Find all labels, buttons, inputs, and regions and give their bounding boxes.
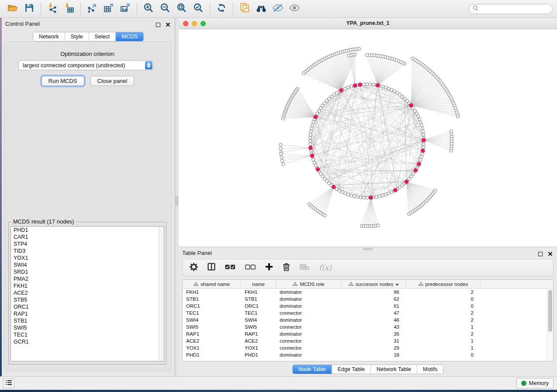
table-row-rap1[interactable]: RAP1RAP1dominator352: [183, 330, 547, 337]
cell-shared-name[interactable]: ORC1: [183, 303, 241, 309]
mcds-result-item[interactable]: SWI4: [11, 261, 164, 268]
share-document-button[interactable]: [236, 2, 253, 16]
cell-successor-nodes[interactable]: 35: [342, 331, 406, 337]
cell-successor-nodes[interactable]: 62: [342, 296, 406, 302]
cell-predecessor-nodes[interactable]: 1: [406, 345, 481, 351]
cell-shared-name[interactable]: PHD1: [183, 352, 241, 358]
zoom-selected-button[interactable]: [190, 2, 207, 16]
mcds-result-item[interactable]: RAP1: [11, 310, 164, 317]
show-all-button[interactable]: [286, 2, 303, 16]
select-all-columns-button[interactable]: [225, 264, 235, 272]
cell-predecessor-nodes[interactable]: 2: [406, 289, 481, 295]
cell-successor-nodes[interactable]: 43: [342, 324, 406, 330]
cell-successor-nodes[interactable]: 47: [342, 310, 406, 316]
mcds-result-item[interactable]: GCR1: [11, 338, 164, 345]
import-network-button[interactable]: [44, 2, 61, 16]
mcds-result-list[interactable]: PHD1CAR1STP4TID3YOX1SWI4SRD1PMA2FKH1ACE2…: [10, 226, 164, 361]
mcds-result-item[interactable]: SWI5: [11, 324, 164, 331]
refresh-view-button[interactable]: [213, 2, 230, 16]
mcds-result-item[interactable]: PHD1: [11, 227, 164, 234]
criterion-dropdown[interactable]: largest connected component (undirected): [18, 60, 154, 70]
float-panel-icon[interactable]: [538, 252, 543, 256]
cell-predecessor-nodes[interactable]: 1: [406, 338, 481, 344]
tab-select[interactable]: Select: [89, 32, 116, 41]
cell-successor-nodes[interactable]: 46: [342, 317, 406, 323]
cell-mcds-role[interactable]: connector: [276, 310, 342, 316]
cell-name[interactable]: ACE2: [241, 338, 276, 344]
table-scrollbar[interactable]: [547, 289, 553, 361]
zoom-out-button[interactable]: [157, 2, 173, 16]
mcds-result-item[interactable]: CAR1: [11, 234, 164, 241]
open-file-button[interactable]: [4, 2, 21, 16]
network-canvas[interactable]: [179, 29, 557, 247]
cell-successor-nodes[interactable]: 29: [342, 345, 406, 351]
cell-shared-name[interactable]: FKH1: [183, 289, 241, 295]
tab-mcds[interactable]: MCDS: [115, 32, 143, 41]
table-row-swi5[interactable]: SWI5SWI5connector431: [183, 323, 547, 330]
column-header-predecessor-nodes[interactable]: predecessor nodes: [406, 280, 481, 288]
cell-mcds-role[interactable]: dominator: [276, 331, 342, 337]
table-tab-network-table[interactable]: Network Table: [370, 365, 417, 374]
cell-mcds-role[interactable]: dominator: [276, 296, 342, 302]
network-window-titlebar[interactable]: YPA_prune.txt_1: [179, 18, 557, 29]
cell-name[interactable]: STB1: [241, 296, 276, 302]
cell-shared-name[interactable]: TEC1: [183, 310, 241, 316]
run-mcds-button[interactable]: Run MCDS: [42, 76, 84, 86]
cell-mcds-role[interactable]: dominator: [276, 289, 342, 295]
table-scrollbar-thumb[interactable]: [548, 290, 552, 332]
cell-shared-name[interactable]: SWI4: [183, 317, 241, 323]
table-row-stb1[interactable]: STB1STB1dominator620: [183, 296, 547, 303]
mcds-result-item[interactable]: TEC1: [11, 331, 164, 338]
cell-predecessor-nodes[interactable]: 0: [406, 352, 481, 358]
table-row-tec1[interactable]: TEC1TEC1connector472: [183, 309, 547, 316]
mcds-result-item[interactable]: STP4: [11, 241, 164, 248]
cell-successor-nodes[interactable]: 96: [342, 289, 406, 295]
cell-predecessor-nodes[interactable]: 0: [406, 303, 481, 309]
cell-name[interactable]: YOX1: [241, 345, 276, 351]
cell-shared-name[interactable]: SWI5: [183, 324, 241, 330]
mcds-result-item[interactable]: YOX1: [11, 254, 164, 261]
mcds-result-item[interactable]: STB1: [11, 317, 164, 324]
mcds-result-item[interactable]: ORC1: [11, 303, 164, 310]
zoom-fit-button[interactable]: [173, 2, 190, 16]
table-row-phd1[interactable]: PHD1PHD1dominator180: [183, 351, 547, 358]
mcds-result-item[interactable]: TID3: [11, 248, 164, 254]
table-row-ace2[interactable]: ACE2ACE2connector311: [183, 337, 547, 344]
import-table-button[interactable]: [61, 2, 77, 16]
table-settings-button[interactable]: [190, 263, 198, 273]
cell-name[interactable]: SWI5: [241, 324, 276, 330]
mcds-result-item[interactable]: ACE2: [11, 289, 164, 296]
cell-shared-name[interactable]: YOX1: [183, 345, 241, 351]
search-network-button[interactable]: [253, 2, 270, 16]
close-panel-icon[interactable]: [548, 250, 553, 258]
export-image-button[interactable]: [117, 2, 134, 16]
cell-mcds-role[interactable]: dominator: [276, 317, 342, 323]
vertical-splitter[interactable]: [175, 18, 179, 376]
hide-selected-button[interactable]: [270, 2, 286, 16]
table-tab-node-table[interactable]: Node Table: [293, 365, 332, 374]
cell-mcds-role[interactable]: connector: [276, 345, 342, 351]
close-panel-icon[interactable]: [166, 21, 170, 29]
cell-mcds-role[interactable]: dominator: [276, 352, 342, 358]
cell-successor-nodes[interactable]: 31: [342, 338, 406, 344]
cell-name[interactable]: RAP1: [241, 331, 276, 337]
save-session-button[interactable]: [21, 2, 38, 16]
tab-style[interactable]: Style: [65, 32, 89, 41]
panel-resize-grip[interactable]: [363, 248, 373, 250]
mcds-result-item[interactable]: SRD1: [11, 268, 164, 275]
table-body[interactable]: FKH1FKH1dominator962STB1STB1dominator620…: [183, 289, 547, 361]
cell-name[interactable]: FKH1: [241, 289, 276, 295]
cell-name[interactable]: SWI4: [241, 317, 276, 323]
delete-column-button[interactable]: [283, 263, 290, 273]
cell-predecessor-nodes[interactable]: 2: [406, 310, 481, 316]
tab-network[interactable]: Network: [33, 32, 65, 41]
mcds-list-scrollbar[interactable]: [159, 227, 164, 361]
network-graph[interactable]: [179, 29, 557, 247]
cell-name[interactable]: PHD1: [241, 352, 276, 358]
create-column-button[interactable]: [265, 263, 273, 272]
column-header-mcds-role[interactable]: MCDS role: [276, 280, 342, 288]
float-panel-icon[interactable]: [156, 23, 160, 27]
table-tab-edge-table[interactable]: Edge Table: [332, 365, 370, 374]
cell-shared-name[interactable]: RAP1: [183, 331, 241, 337]
cell-predecessor-nodes[interactable]: 2: [406, 317, 481, 323]
